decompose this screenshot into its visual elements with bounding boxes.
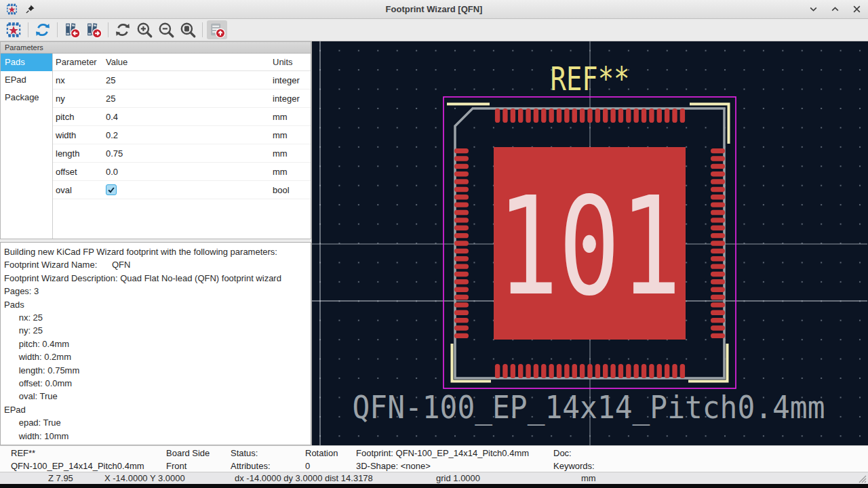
pad	[711, 210, 725, 215]
pad	[711, 241, 725, 245]
parameter-value[interactable]: 0.4	[106, 112, 118, 122]
parameter-value[interactable]: 25	[106, 75, 115, 85]
pad	[495, 364, 500, 378]
pad	[454, 333, 469, 338]
previous-page-button[interactable]	[62, 20, 82, 39]
wizard-log-output[interactable]: Building new KiCad FP Wizard footprint w…	[0, 242, 311, 445]
pad	[711, 302, 725, 307]
parameter-units: mm	[273, 148, 288, 159]
pad	[454, 187, 469, 192]
pad	[564, 364, 569, 378]
pad	[454, 241, 469, 245]
zoom-fit-button[interactable]	[178, 20, 198, 39]
pad	[665, 364, 669, 378]
pad	[649, 108, 654, 123]
epad-number-text: 101	[497, 167, 682, 325]
pad	[557, 108, 561, 123]
pad	[541, 108, 546, 123]
pad	[711, 171, 725, 176]
pad	[711, 202, 725, 207]
pad	[454, 233, 469, 238]
pad	[711, 287, 725, 291]
next-page-button[interactable]	[83, 20, 104, 39]
pad	[711, 233, 725, 238]
parameter-value[interactable]	[106, 184, 117, 195]
page-list-item-epad[interactable]: EPad	[1, 71, 52, 89]
parameter-units: mm	[273, 167, 288, 177]
parameter-name: nx	[56, 75, 65, 85]
resize-grip[interactable]	[857, 474, 867, 483]
oval-checkbox[interactable]	[106, 184, 117, 195]
footprint-field: Footprint: QFN-100_EP_14x14_Pitch0.4mm	[356, 448, 529, 458]
pad	[518, 364, 523, 378]
pad	[711, 264, 725, 268]
parameter-row-length: length0.75mm	[53, 144, 311, 163]
pad	[454, 171, 469, 176]
pad	[502, 364, 507, 378]
parameter-value[interactable]: 0.75	[106, 148, 123, 159]
export-footprint-button[interactable]	[207, 20, 227, 39]
pad	[534, 364, 538, 378]
pad	[454, 226, 469, 230]
page-list-item-package[interactable]: Package	[1, 89, 52, 106]
page-list-item-pads[interactable]: Pads	[1, 54, 52, 71]
pad	[711, 256, 725, 261]
doc-label: Doc:	[553, 448, 572, 458]
parameters-panel: Parameters PadsEPadPackage Parameter Val…	[0, 41, 312, 445]
zoom-out-button[interactable]	[156, 20, 176, 39]
close-button[interactable]	[850, 3, 863, 16]
pad	[618, 108, 623, 123]
pad	[534, 108, 538, 123]
parameter-row-pitch: pitch0.4mm	[53, 108, 311, 126]
update-footprint-button[interactable]	[33, 20, 53, 39]
pad	[587, 364, 592, 378]
attributes-label: Attributes:	[231, 461, 271, 471]
board-side-value: Front	[166, 461, 186, 471]
column-header-units: Units	[273, 57, 293, 67]
pad	[711, 333, 725, 338]
main-toolbar	[0, 19, 868, 41]
parameter-value[interactable]: 0.2	[106, 130, 118, 140]
pad	[580, 364, 585, 378]
pad	[454, 325, 469, 330]
parameter-value[interactable]: 0.0	[106, 167, 118, 177]
pad	[549, 108, 553, 123]
parameter-name: oval	[56, 185, 72, 195]
redraw-view-button[interactable]	[113, 20, 133, 39]
pad	[454, 318, 469, 323]
toolbar-separator	[202, 22, 203, 37]
pad	[454, 272, 469, 277]
keywords-label: Keywords:	[553, 461, 595, 471]
status-label: Status:	[231, 448, 258, 458]
pad	[454, 164, 469, 169]
pad	[549, 364, 553, 378]
pad	[526, 364, 530, 378]
select-wizard-button[interactable]	[3, 20, 24, 39]
parameter-units: bool	[273, 185, 290, 195]
pad	[495, 108, 500, 123]
pad	[711, 156, 725, 161]
pad	[454, 302, 469, 307]
parameter-row-width: width0.2mm	[53, 126, 311, 144]
pad	[454, 310, 469, 315]
minimize-button[interactable]	[807, 3, 819, 16]
parameter-value[interactable]: 25	[106, 94, 115, 104]
window-title: Footprint Wizard [QFN]	[0, 4, 868, 14]
pad	[454, 148, 469, 153]
pad	[711, 218, 725, 222]
pad	[454, 264, 469, 268]
maximize-button[interactable]	[829, 3, 841, 16]
parameter-name: pitch	[56, 112, 74, 122]
pad	[580, 108, 585, 123]
pad	[557, 364, 561, 378]
shape3d-field: 3D-Shape: <none>	[356, 461, 431, 471]
parameter-row-offset: offset0.0mm	[53, 163, 311, 181]
footprint-name-text: QFN-100_EP_14x14_Pitch0.4mm	[353, 388, 825, 426]
footprint-preview-canvas[interactable]: REF** 101 QFN-100_EP_14x14_Pitch0.4mm	[312, 41, 868, 445]
pad	[711, 272, 725, 277]
pad	[454, 295, 469, 300]
pad	[572, 108, 577, 123]
pad	[454, 287, 469, 291]
zoom-in-button[interactable]	[134, 20, 155, 39]
toolbar-separator	[108, 22, 108, 37]
